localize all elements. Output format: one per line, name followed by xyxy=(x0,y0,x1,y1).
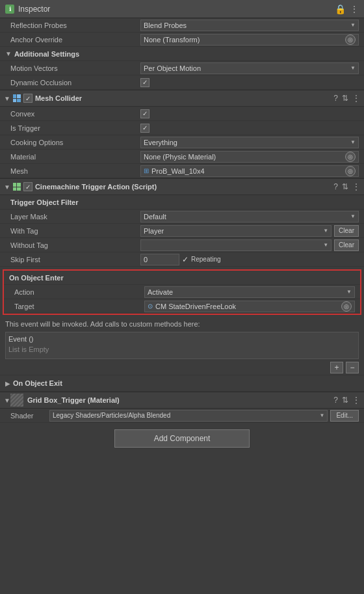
on-object-enter-header: On Object Enter xyxy=(4,271,360,285)
menu-icon[interactable]: ⋮ xyxy=(350,4,359,14)
convex-checkbox[interactable]: ✓ xyxy=(140,109,150,118)
lock-icon[interactable]: 🔒 xyxy=(335,4,346,14)
shader-row: Shader Legacy Shaders/Particles/Alpha Bl… xyxy=(0,409,364,423)
cinemachine-fold-arrow[interactable]: ▼ xyxy=(4,183,10,191)
dynamic-occlusion-row: Dynamic Occlusion ✓ xyxy=(0,75,364,90)
shader-label: Shader xyxy=(10,412,49,420)
skip-first-check-icon: ✓ xyxy=(182,255,188,264)
collider-material-circle-btn[interactable]: ◎ xyxy=(345,152,356,162)
layer-mask-value: Default ▼ xyxy=(140,211,359,223)
without-tag-label: Without Tag xyxy=(10,241,140,249)
action-value: Activate ▼ xyxy=(144,286,355,298)
collider-material-label: Material xyxy=(10,153,140,161)
grid-box-material-header: ▼ Grid Box_Trigger (Material) ? ⇅ ⋮ xyxy=(0,392,364,409)
action-dropdown[interactable]: Activate ▼ xyxy=(144,286,355,298)
dynamic-occlusion-label: Dynamic Occlusion xyxy=(10,79,140,87)
is-trigger-label: Is Trigger xyxy=(10,124,140,132)
target-cm-icon: ⊙ xyxy=(148,303,153,310)
repeating-label: Repeating xyxy=(191,256,221,263)
is-trigger-row: Is Trigger ✓ xyxy=(0,121,364,135)
inspector-title: Inspector xyxy=(18,5,335,14)
is-trigger-checkbox[interactable]: ✓ xyxy=(140,124,150,133)
mesh-circle-btn[interactable]: ◎ xyxy=(345,166,356,176)
collider-material-field[interactable]: None (Physic Material) ◎ xyxy=(140,151,359,163)
mesh-row: Mesh ⊞ ProB_Wall_10x4 ◎ xyxy=(0,164,364,178)
anchor-override-value: None (Transform) ◎ xyxy=(140,34,359,46)
without-tag-dropdown[interactable]: ▼ xyxy=(140,239,332,251)
dropdown-arrow-icon2: ▼ xyxy=(350,65,356,71)
with-tag-row: With Tag Player ▼ Clear xyxy=(0,224,364,238)
with-tag-value: Player ▼ Clear xyxy=(140,225,359,237)
target-circle-btn[interactable]: ◎ xyxy=(341,301,352,312)
mesh-value: ⊞ ProB_Wall_10x4 ◎ xyxy=(140,165,359,177)
header-actions: 🔒 ⋮ xyxy=(335,4,359,14)
mesh-collider-header-left: ▼ ✓ Mesh Collider xyxy=(4,94,333,103)
cinemachine-settings-icon[interactable]: ⇅ xyxy=(342,182,348,191)
on-object-exit-fold-arrow[interactable]: ▶ xyxy=(5,380,10,387)
mesh-collider-settings-icon[interactable]: ⇅ xyxy=(342,94,348,103)
anchor-override-field[interactable]: None (Transform) ◎ xyxy=(140,34,359,46)
material-fold-arrow[interactable]: ▼ xyxy=(4,397,10,404)
motion-vectors-dropdown[interactable]: Per Object Motion ▼ xyxy=(140,62,359,74)
event-remove-btn[interactable]: − xyxy=(346,362,359,373)
reflection-probes-dropdown[interactable]: Blend Probes ▼ xyxy=(140,20,359,31)
cinemachine-menu-icon[interactable]: ⋮ xyxy=(352,182,360,191)
event-description: This event will be invoked. Add calls to… xyxy=(0,317,364,331)
cinemachine-header-left: ▼ ✓ Cinemachine Trigger Action (Script) xyxy=(4,182,333,191)
material-menu-icon[interactable]: ⋮ xyxy=(352,396,360,405)
reflection-probes-row: Reflection Probes Blend Probes ▼ xyxy=(0,18,364,33)
layer-mask-dropdown[interactable]: Default ▼ xyxy=(140,211,359,223)
material-preview-icon xyxy=(10,394,23,407)
on-object-exit-header: ▶ On Object Exit xyxy=(0,375,364,392)
inspector-header: ℹ Inspector 🔒 ⋮ xyxy=(0,0,364,18)
mesh-collider-enabled-checkbox[interactable]: ✓ xyxy=(23,94,32,103)
event-add-btn[interactable]: + xyxy=(330,362,343,373)
action-arrow-icon: ▼ xyxy=(346,289,352,295)
mesh-label: Mesh xyxy=(10,167,140,175)
mesh-collider-header-right: ? ⇅ ⋮ xyxy=(333,94,360,103)
on-object-enter-section: On Object Enter Action Activate ▼ Target xyxy=(3,269,361,315)
event-controls: + − xyxy=(0,360,364,375)
dynamic-occlusion-checkbox[interactable]: ✓ xyxy=(140,78,150,87)
cooking-options-arrow-icon: ▼ xyxy=(350,139,356,145)
trigger-filter-title: Trigger Object Filter xyxy=(10,198,79,206)
mesh-field[interactable]: ⊞ ProB_Wall_10x4 ◎ xyxy=(140,165,359,177)
motion-vectors-label: Motion Vectors xyxy=(10,64,140,72)
mesh-grid-icon: ⊞ xyxy=(144,167,149,174)
shader-dropdown[interactable]: Legacy Shaders/Particles/Alpha Blended ▼ xyxy=(49,410,328,422)
event-empty: List is Empty xyxy=(8,343,356,356)
dropdown-arrow-icon: ▼ xyxy=(350,22,356,28)
mesh-collider-menu-icon[interactable]: ⋮ xyxy=(352,94,360,103)
dynamic-occlusion-value: ✓ xyxy=(140,78,359,87)
cinemachine-header-right: ? ⇅ ⋮ xyxy=(333,182,360,191)
without-tag-clear-btn[interactable]: Clear xyxy=(334,239,359,251)
mesh-collider-fold-arrow[interactable]: ▼ xyxy=(4,95,10,102)
add-component-btn[interactable]: Add Component xyxy=(114,429,250,448)
additional-settings-arrow[interactable]: ▼ xyxy=(5,50,12,57)
target-value: ⊙ CM StateDrivenFreeLook ◎ xyxy=(144,301,355,312)
with-tag-clear-btn[interactable]: Clear xyxy=(334,225,359,237)
without-tag-arrow-icon: ▼ xyxy=(323,242,328,248)
mesh-collider-help-icon[interactable]: ? xyxy=(333,94,338,103)
with-tag-dropdown[interactable]: Player ▼ xyxy=(140,225,332,237)
material-help-icon[interactable]: ? xyxy=(333,396,338,405)
skip-first-input[interactable] xyxy=(140,254,179,265)
shader-edit-btn[interactable]: Edit... xyxy=(330,410,359,422)
cinemachine-help-icon[interactable]: ? xyxy=(333,182,338,191)
with-tag-arrow-icon: ▼ xyxy=(323,228,328,234)
event-box: Event () List is Empty xyxy=(5,332,359,359)
cooking-options-dropdown[interactable]: Everything ▼ xyxy=(140,137,359,148)
reflection-probes-value: Blend Probes ▼ xyxy=(140,20,359,31)
reflection-probes-label: Reflection Probes xyxy=(10,21,140,29)
skip-first-row: Skip First ✓ Repeating xyxy=(0,252,364,267)
anchor-override-circle-btn[interactable]: ◎ xyxy=(345,34,356,45)
add-component-row: Add Component xyxy=(0,423,364,454)
target-field[interactable]: ⊙ CM StateDrivenFreeLook ◎ xyxy=(144,301,355,312)
material-settings-icon[interactable]: ⇅ xyxy=(342,396,348,405)
cinemachine-header: ▼ ✓ Cinemachine Trigger Action (Script) … xyxy=(0,178,364,195)
cinemachine-enabled-checkbox[interactable]: ✓ xyxy=(23,182,32,191)
cooking-options-row: Cooking Options Everything ▼ xyxy=(0,135,364,150)
motion-vectors-value: Per Object Motion ▼ xyxy=(140,62,359,74)
layer-mask-row: Layer Mask Default ▼ xyxy=(0,209,364,224)
with-tag-label: With Tag xyxy=(10,227,140,235)
